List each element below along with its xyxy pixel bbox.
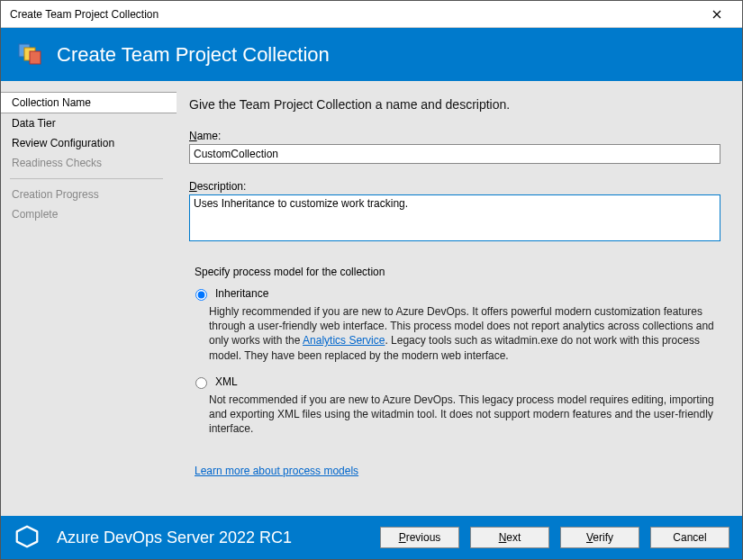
wizard-steps-sidebar: Collection Name Data Tier Review Configu… <box>1 81 177 516</box>
step-readiness-checks: Readiness Checks <box>1 153 177 173</box>
cancel-button[interactable]: Cancel <box>650 527 729 548</box>
radio-row-inheritance: Inheritance <box>191 287 724 301</box>
analytics-service-link[interactable]: Analytics Service <box>303 334 385 347</box>
process-model-heading: Specify process model for the collection <box>195 266 724 278</box>
xml-description: Not recommended if you are new to Azure … <box>209 393 724 437</box>
radio-row-xml: XML <box>191 375 724 389</box>
wizard-body: Collection Name Data Tier Review Configu… <box>1 81 742 516</box>
collection-icon <box>17 41 46 68</box>
window-title: Create Team Project Collection <box>10 8 699 21</box>
radio-xml[interactable] <box>195 377 207 389</box>
description-textarea[interactable] <box>189 194 720 241</box>
next-button[interactable]: Next <box>470 527 549 548</box>
next-button-rest: ext <box>506 531 521 544</box>
verify-button[interactable]: Verify <box>560 527 639 548</box>
step-creation-progress: Creation Progress <box>1 185 177 204</box>
wizard-title: Create Team Project Collection <box>57 43 330 67</box>
step-data-tier[interactable]: Data Tier <box>1 113 177 133</box>
verify-button-rest: erify <box>593 531 613 544</box>
previous-button[interactable]: Previous <box>380 527 459 548</box>
previous-button-rest: revious <box>406 531 441 544</box>
wizard-content: Give the Team Project Collection a name … <box>177 81 742 516</box>
sidebar-divider <box>10 178 163 179</box>
radio-xml-label: XML <box>215 375 238 388</box>
description-label: Description: <box>189 180 724 193</box>
product-name: Azure DevOps Server 2022 RC1 <box>57 528 369 547</box>
devops-logo-icon <box>14 523 41 553</box>
learn-more-link[interactable]: Learn more about process models <box>195 465 358 477</box>
step-complete: Complete <box>1 204 177 224</box>
wizard-footer: Azure DevOps Server 2022 RC1 Previous Ne… <box>1 516 742 559</box>
radio-inheritance[interactable] <box>195 289 207 301</box>
close-icon[interactable] <box>699 2 735 27</box>
svg-rect-2 <box>30 51 41 64</box>
window-titlebar: Create Team Project Collection <box>1 1 742 28</box>
collection-name-input[interactable] <box>189 144 720 164</box>
step-review-configuration[interactable]: Review Configuration <box>1 133 177 153</box>
step-collection-name[interactable]: Collection Name <box>1 92 177 113</box>
radio-inheritance-label: Inheritance <box>215 287 268 300</box>
inheritance-description: Highly recommended if you are new to Azu… <box>209 304 724 363</box>
wizard-header: Create Team Project Collection <box>1 28 742 81</box>
page-heading: Give the Team Project Collection a name … <box>189 97 724 112</box>
name-label: Name: <box>189 130 724 142</box>
